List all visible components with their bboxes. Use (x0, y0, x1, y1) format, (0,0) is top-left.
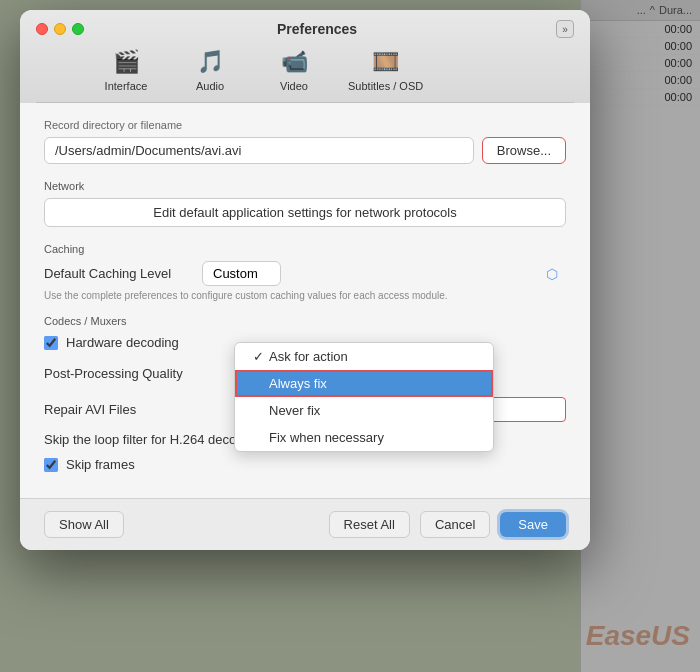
codecs-label: Codecs / Muxers (44, 315, 566, 327)
toolbar: 🎬 Interface 🎵 Audio 📹 Video 🎞️ Subtitles… (36, 46, 574, 103)
toolbar-label-interface: Interface (105, 80, 148, 92)
hardware-decoding-checkbox[interactable] (44, 336, 58, 350)
check-icon-ask: ✓ (251, 349, 265, 364)
network-label: Network (44, 180, 566, 192)
record-input[interactable] (44, 137, 474, 164)
skip-frames-label: Skip frames (66, 457, 135, 472)
title-bar: Preferences » 🎬 Interface 🎵 Audio 📹 Vide… (20, 10, 590, 103)
dropdown-label-always: Always fix (269, 376, 327, 391)
caching-select[interactable]: Custom Default Minimum Low Higher Maximu… (202, 261, 281, 286)
toolbar-item-interface[interactable]: 🎬 Interface (96, 46, 156, 92)
subtitles-icon: 🎞️ (370, 46, 402, 78)
expand-button[interactable]: » (556, 20, 574, 38)
show-all-button[interactable]: Show All (44, 511, 124, 538)
skip-frames-row: Skip frames (44, 457, 566, 472)
toolbar-item-subtitles[interactable]: 🎞️ Subtitles / OSD (348, 46, 423, 92)
dropdown-item-ask[interactable]: ✓ Ask for action (235, 343, 493, 370)
skip-loop-label: Skip the loop filter for H.264 decoding (44, 432, 261, 447)
toolbar-item-video[interactable]: 📹 Video (264, 46, 324, 92)
caching-row: Default Caching Level Custom Default Min… (44, 261, 566, 286)
preferences-dialog: Preferences » 🎬 Interface 🎵 Audio 📹 Vide… (20, 10, 590, 550)
dropdown-item-when-necessary[interactable]: Fix when necessary (235, 424, 493, 451)
caching-label: Caching (44, 243, 566, 255)
toolbar-label-subtitles: Subtitles / OSD (348, 80, 423, 92)
record-row: Browse... (44, 137, 566, 164)
hardware-decoding-label: Hardware decoding (66, 335, 179, 350)
video-icon: 📹 (278, 46, 310, 78)
dropdown-label-ask: Ask for action (269, 349, 348, 364)
bottom-bar: Show All Reset All Cancel Save (20, 498, 590, 550)
bottom-right-buttons: Reset All Cancel Save (329, 511, 566, 538)
record-label: Record directory or filename (44, 119, 566, 131)
reset-button[interactable]: Reset All (329, 511, 410, 538)
toolbar-label-audio: Audio (196, 80, 224, 92)
minimize-button[interactable] (54, 23, 66, 35)
dialog-title: Preferences (96, 21, 538, 37)
close-button[interactable] (36, 23, 48, 35)
caching-hint: Use the complete preferences to configur… (44, 290, 566, 301)
cancel-button[interactable]: Cancel (420, 511, 490, 538)
network-button[interactable]: Edit default application settings for ne… (44, 198, 566, 227)
toolbar-item-audio[interactable]: 🎵 Audio (180, 46, 240, 92)
save-button[interactable]: Save (500, 512, 566, 537)
dropdown-label-never: Never fix (269, 403, 320, 418)
caching-select-wrapper: Custom Default Minimum Low Higher Maximu… (202, 261, 566, 286)
browse-button[interactable]: Browse... (482, 137, 566, 164)
post-processing-label: Post-Processing Quality (44, 366, 244, 381)
maximize-button[interactable] (72, 23, 84, 35)
dropdown-label-when-necessary: Fix when necessary (269, 430, 384, 445)
dropdown-item-never[interactable]: Never fix (235, 397, 493, 424)
interface-icon: 🎬 (110, 46, 142, 78)
audio-icon: 🎵 (194, 46, 226, 78)
toolbar-label-video: Video (280, 80, 308, 92)
caching-field-label: Default Caching Level (44, 266, 194, 281)
traffic-lights (36, 23, 84, 35)
caching-select-arrow: ⬡ (546, 266, 558, 282)
dropdown-item-always[interactable]: Always fix (235, 370, 493, 397)
repair-avi-label: Repair AVI Files (44, 402, 244, 417)
repair-dropdown-popup: ✓ Ask for action Always fix Never fix Fi… (234, 342, 494, 452)
skip-frames-checkbox[interactable] (44, 458, 58, 472)
